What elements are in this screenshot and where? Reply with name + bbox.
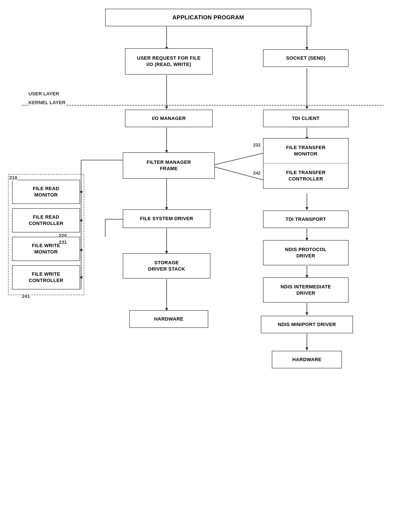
file-read-monitor-box: FILE READMONITOR xyxy=(12,180,80,204)
storage-driver-box: STORAGEDRIVER STACK xyxy=(123,253,210,279)
ndis-protocol-box: NDIS PROTOCOLDRIVER xyxy=(263,240,349,265)
file-transfer-controller-box: FILE TRANSFERCONTROLLER xyxy=(263,163,349,189)
ref-232-label: 232 xyxy=(253,143,260,148)
file-system-driver-box: FILE SYSTEM DRIVER xyxy=(123,209,210,228)
svg-line-39 xyxy=(214,152,267,165)
file-write-controller-box: FILE WRITECONTROLLER xyxy=(12,265,80,289)
svg-marker-20 xyxy=(306,312,308,315)
user-layer-label: USER LAYER xyxy=(29,91,59,97)
diagram: APPLICATION PROGRAM USER REQUEST FOR FIL… xyxy=(0,0,420,521)
svg-marker-8 xyxy=(306,106,308,109)
socket-send-box: SOCKET (SEND) xyxy=(263,49,349,67)
io-manager-box: I/O MANAGER xyxy=(125,110,213,127)
ndis-intermediate-box: NDIS INTERMEDIATEDRIVER xyxy=(263,277,349,302)
svg-marker-14 xyxy=(306,207,308,210)
file-read-controller-box: FILE READCONTROLLER xyxy=(12,208,80,233)
ref-220-label: 220 xyxy=(59,233,67,239)
ref-242-label: 242 xyxy=(253,171,260,176)
app-program-box: APPLICATION PROGRAM xyxy=(105,9,311,26)
svg-marker-22 xyxy=(306,347,308,350)
ref-241-label: 241 xyxy=(22,293,30,299)
file-transfer-monitor-box: FILE TRANSFERMONITOR xyxy=(263,138,349,163)
file-write-monitor-box: FILE WRITEMONITOR xyxy=(12,237,80,261)
ref-231-label: 231 xyxy=(59,240,67,245)
ndis-miniport-box: NDIS MINIPORT DRIVER xyxy=(261,316,353,333)
kernel-layer-label: KERNEL LAYER xyxy=(29,100,66,106)
ref-210-label: 210 xyxy=(9,175,17,181)
user-request-box: USER REQUEST FOR FILEI/O (READ, WRITE) xyxy=(125,48,213,75)
tdi-client-box: TDI CLIENT xyxy=(263,110,349,127)
hardware-right-box: HARDWARE xyxy=(272,351,342,368)
hardware-left-box: HARDWARE xyxy=(129,310,208,328)
filter-manager-box: FILTER MANAGERFRAME xyxy=(123,152,215,179)
tdi-transport-box: TDI TRANSPORT xyxy=(263,211,349,228)
svg-marker-6 xyxy=(165,106,168,109)
